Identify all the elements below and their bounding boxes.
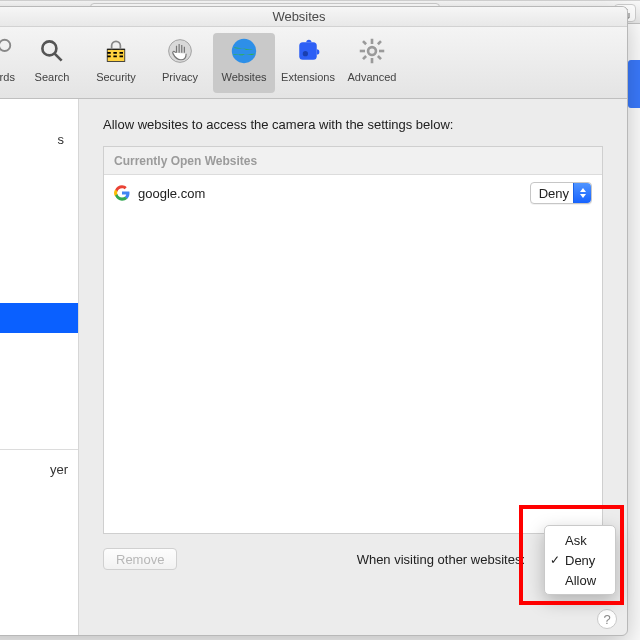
- svg-rect-8: [371, 39, 374, 44]
- websites-list: Currently Open Websites google.com Deny: [103, 146, 603, 534]
- sidebar-item[interactable]: s: [0, 125, 78, 153]
- tab-privacy[interactable]: Privacy: [149, 33, 211, 93]
- svg-point-1: [42, 41, 56, 55]
- svg-rect-11: [379, 50, 384, 53]
- tab-advanced[interactable]: Advanced: [341, 33, 403, 93]
- tab-extensions[interactable]: Extensions: [277, 33, 339, 93]
- list-header: Currently Open Websites: [104, 147, 602, 175]
- tab-passwords[interactable]: Passwords: [0, 33, 19, 93]
- tab-security[interactable]: Security: [85, 33, 147, 93]
- google-favicon-icon: [114, 185, 130, 201]
- menu-item-allow[interactable]: Allow: [545, 570, 615, 590]
- window-titlebar: Websites: [0, 7, 627, 27]
- gear-icon: [356, 35, 388, 67]
- chevron-updown-icon: [573, 183, 591, 203]
- tab-websites[interactable]: Websites: [213, 33, 275, 93]
- preferences-toolbar: Passwords Search Security Privacy: [0, 27, 627, 99]
- sidebar-item-selected[interactable]: [0, 303, 78, 333]
- tab-search[interactable]: Search: [21, 33, 83, 93]
- svg-rect-5: [299, 42, 317, 60]
- window-title: Websites: [272, 9, 325, 24]
- hand-stop-icon: [164, 35, 196, 67]
- remove-button[interactable]: Remove: [103, 548, 177, 570]
- menu-item-ask[interactable]: Ask: [545, 530, 615, 550]
- puzzle-icon: [292, 35, 324, 67]
- svg-rect-9: [371, 58, 374, 63]
- svg-point-4: [232, 39, 256, 63]
- menu-item-deny[interactable]: Deny: [545, 550, 615, 570]
- sidebar-item[interactable]: yer: [0, 449, 78, 483]
- search-icon: [36, 35, 68, 67]
- svg-rect-13: [377, 55, 382, 60]
- site-policy-select[interactable]: Deny: [530, 182, 592, 204]
- settings-sidebar: s yer: [0, 99, 79, 635]
- help-button[interactable]: ?: [597, 609, 617, 629]
- svg-point-16: [369, 48, 374, 53]
- lock-stripes-icon: [100, 35, 132, 67]
- svg-point-0: [0, 40, 10, 51]
- bottom-controls: Remove When visiting other websites: Den…: [103, 548, 603, 570]
- preferences-window: Websites Passwords Search Security: [0, 6, 628, 636]
- svg-rect-12: [362, 40, 367, 45]
- svg-rect-15: [362, 55, 367, 60]
- policy-dropdown-menu: Ask Deny Allow: [544, 525, 616, 595]
- svg-rect-14: [377, 40, 382, 45]
- key-icon: [0, 35, 15, 67]
- background-panel-edge: [628, 60, 640, 108]
- svg-rect-10: [360, 50, 365, 53]
- globe-icon: [228, 35, 260, 67]
- svg-point-6: [303, 51, 308, 56]
- other-websites-label: When visiting other websites:: [357, 552, 525, 567]
- panel-heading: Allow websites to access the camera with…: [103, 117, 603, 132]
- site-name: google.com: [138, 186, 530, 201]
- list-item[interactable]: google.com Deny: [104, 175, 602, 211]
